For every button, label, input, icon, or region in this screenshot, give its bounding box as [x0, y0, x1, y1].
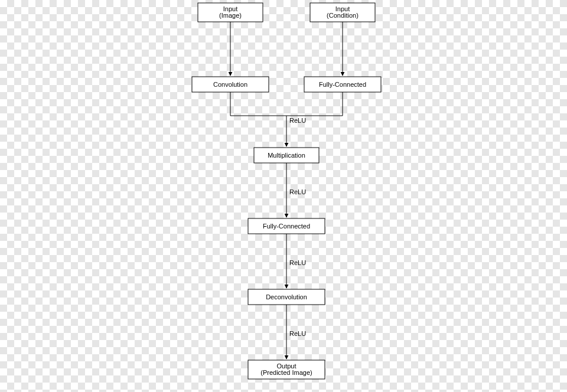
node-deconvolution: Deconvolution	[248, 289, 325, 305]
node-fully-connected-2: Fully-Connected	[248, 218, 325, 234]
label-fc2-relu: ReLU	[289, 259, 306, 266]
input-image-line2: (Image)	[219, 12, 242, 19]
node-fully-connected-1: Fully-Connected	[304, 77, 381, 92]
node-multiplication: Multiplication	[254, 148, 319, 163]
conv-label: Convolution	[213, 81, 247, 88]
mult-label: Multiplication	[268, 152, 305, 159]
label-mult-relu: ReLU	[289, 188, 306, 195]
fc1-label: Fully-Connected	[319, 81, 366, 88]
fc2-label: Fully-Connected	[263, 223, 310, 230]
flowchart-diagram: Input (Image) Input (Condition) Convolut…	[0, 0, 567, 392]
label-deconv-relu: ReLU	[289, 330, 306, 337]
node-output: Output (Predicted Image)	[248, 360, 325, 379]
node-convolution: Convolution	[192, 77, 269, 92]
edge-fc1-merge	[286, 92, 343, 116]
label-merge-relu: ReLU	[289, 117, 306, 124]
node-input-condition: Input (Condition)	[310, 3, 375, 22]
edge-conv-merge	[230, 92, 286, 116]
node-input-image: Input (Image)	[198, 3, 263, 22]
input-cond-line2: (Condition)	[327, 12, 359, 19]
deconv-label: Deconvolution	[266, 293, 307, 300]
output-line2: (Predicted Image)	[260, 369, 312, 376]
